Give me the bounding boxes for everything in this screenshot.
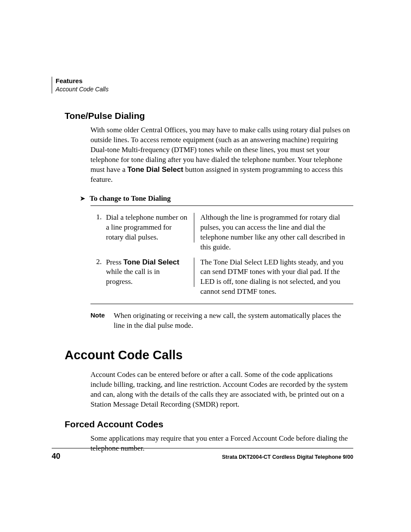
procedure-table: 1. Dial a telephone number on a line pro…	[90, 205, 353, 305]
text: while the call is in progress.	[106, 268, 160, 286]
table-row: 2. Press Tone Dial Select while the call…	[90, 255, 353, 300]
arrow-icon: ➤	[80, 195, 85, 202]
running-head: Features Account Code Calls	[52, 77, 353, 93]
procedure-title: To change to Tone Dialing	[90, 194, 171, 203]
note-body: When originating or receiving a new call…	[114, 311, 353, 331]
step-number: 2.	[90, 258, 106, 266]
step-number: 1.	[90, 213, 106, 221]
step-result: The Tone Dial Select LED lights steady, …	[194, 258, 353, 297]
heading-forced-account-codes: Forced Account Codes	[65, 419, 353, 429]
paragraph: With some older Central Offices, you may…	[90, 125, 353, 185]
heading-tone-pulse: Tone/Pulse Dialing	[65, 111, 353, 121]
step-action: Press Tone Dial Select while the call is…	[106, 258, 194, 287]
running-head-chapter: Features	[56, 77, 353, 85]
running-head-section: Account Code Calls	[56, 85, 353, 93]
button-name-tone-dial-select: Tone Dial Select	[123, 258, 179, 266]
footer-title: Strata DKT2004-CT Cordless Digital Telep…	[222, 454, 353, 460]
table-row: 1. Dial a telephone number on a line pro…	[90, 210, 353, 255]
button-name-tone-dial-select: Tone Dial Select	[127, 165, 183, 174]
note-label: Note	[90, 311, 114, 331]
step-action: Dial a telephone number on a line progra…	[106, 213, 194, 243]
page-footer: 40 Strata DKT2004-CT Cordless Digital Te…	[52, 448, 353, 461]
note: Note When originating or receiving a new…	[90, 311, 353, 331]
page-number: 40	[52, 452, 60, 461]
heading-account-code-calls: Account Code Calls	[65, 348, 353, 362]
text: Press	[106, 258, 123, 266]
step-result: Although the line is programmed for rota…	[194, 213, 353, 252]
procedure-heading: ➤ To change to Tone Dialing	[80, 194, 353, 203]
paragraph: Account Codes can be entered before or a…	[90, 370, 353, 410]
